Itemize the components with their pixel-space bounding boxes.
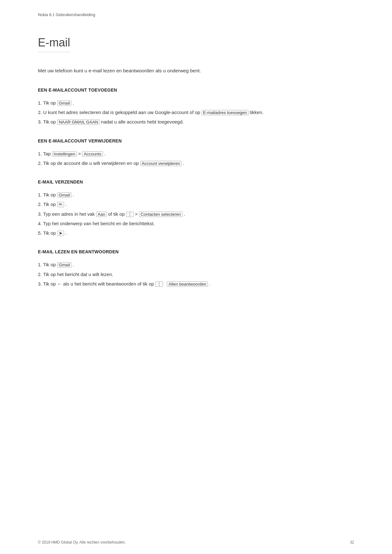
step-send-1-after: . — [73, 192, 74, 197]
step-remove-1-ui1: Instellingen — [52, 151, 77, 157]
step-add-1-after: . — [73, 100, 74, 105]
step-read-2: 2. Tik op het bericht dat u wilt lezen. — [38, 270, 354, 279]
page-container: Nokia 8.1 Gebruikershandleiding E-mail M… — [0, 0, 392, 554]
step-send-4-text: Typ het onderwerp van het bericht en de … — [43, 221, 155, 226]
step-send-3-after: . — [184, 211, 185, 217]
section-read-email: E-MAIL LEZEN EN BEANTWOORDEN 1. Tik op G… — [38, 249, 354, 288]
intro-text: Met uw telefoon kunt u e-mail lezen en b… — [38, 67, 354, 75]
document-header: Nokia 8.1 Gebruikershandleiding — [38, 13, 354, 17]
step-send-3-sep: > — [135, 211, 139, 217]
step-send-5-text: Tik op — [43, 230, 57, 236]
step-send-5: 5. Tik op ➤ . — [38, 229, 354, 237]
step-add-2: 2. U kunt het adres selecteren dat is ge… — [38, 108, 354, 117]
step-send-5-after: . — [65, 230, 67, 236]
step-send-4: 4. Typ het onderwerp van het bericht en … — [38, 220, 354, 228]
step-add-2-ui: E-mailadres toevoegen — [202, 110, 249, 115]
step-read-1-text: Tik op — [43, 262, 57, 267]
step-send-3-text: Typ een adres in het vak — [43, 211, 96, 217]
step-add-1-ui: Gmail — [57, 100, 71, 106]
steps-read: 1. Tik op Gmail . 2. Tik op het bericht … — [38, 261, 354, 288]
step-read-3-num: 3. — [38, 281, 43, 286]
step-add-1-text: Tik op — [43, 100, 57, 105]
step-read-3-after: . — [209, 281, 210, 286]
section-content-read: 1. Tik op Gmail . 2. Tik op het bericht … — [38, 261, 354, 288]
section-remove-account: EEN E-MAILACCOUNT VERWIJDEREN 1. Tap Ins… — [38, 138, 354, 168]
step-read-1-ui: Gmail — [57, 262, 71, 268]
step-send-3: 3. Typ een adres in het vak Aan of tik o… — [38, 210, 354, 218]
step-add-3-ui: NAAR GMAIL GAAN — [57, 119, 100, 125]
step-remove-2-ui: Account verwijderen — [140, 161, 182, 166]
step-add-3-num: 3. — [38, 119, 43, 124]
step-read-2-num: 2. — [38, 272, 43, 277]
step-read-2-text: Tik op het bericht dat u wilt lezen. — [43, 272, 113, 277]
page-footer: © 2019 HMD Global Oy. Alle rechten voorb… — [0, 540, 392, 545]
steps-send: 1. Tik op Gmail . 2. Tik op ✏ . 3. Typ e… — [38, 191, 354, 237]
step-read-3-ui1: ⋮ — [155, 281, 163, 287]
steps-add: 1. Tik op Gmail . 2. U kunt het adres se… — [38, 99, 354, 126]
step-read-1-after: . — [73, 262, 74, 267]
step-remove-1-text: Tap — [43, 151, 52, 156]
step-add-2-num: 2. — [38, 110, 43, 115]
step-send-1-num: 1. — [38, 192, 43, 197]
step-add-2-text: U kunt het adres selecteren dat is gekop… — [43, 110, 202, 115]
step-read-1: 1. Tik op Gmail . — [38, 261, 354, 269]
step-read-3-ui2: Allen beantwoorden — [167, 281, 208, 287]
steps-remove: 1. Tap Instellingen > Accounts . 2. Tik … — [38, 150, 354, 168]
header-title: Nokia 8.1 Gebruikershandleiding — [38, 13, 95, 17]
step-send-2-ui: ✏ — [57, 202, 64, 207]
step-send-4-num: 4. — [38, 221, 43, 226]
step-read-3: 3. Tik op ← als u het bericht wilt beant… — [38, 280, 354, 288]
step-remove-2: 2. Tik op de account die u wilt verwijde… — [38, 159, 354, 167]
section-title-remove: EEN E-MAILACCOUNT VERWIJDEREN — [38, 138, 354, 143]
step-add-3: 3. Tik op NAAR GMAIL GAAN nadat u alle a… — [38, 118, 354, 126]
section-content-add: 1. Tik op Gmail . 2. U kunt het adres se… — [38, 99, 354, 126]
step-send-3-ui3: Contacten selecteren — [139, 212, 183, 217]
step-send-5-ui: ➤ — [57, 231, 64, 236]
step-remove-1-after: . — [104, 151, 106, 156]
step-send-3-mid: of tik op — [108, 211, 126, 217]
step-send-3-ui1: Aan — [96, 212, 107, 217]
section-title-add: EEN E-MAILACCOUNT TOEVOEGEN — [38, 87, 354, 93]
step-read-1-num: 1. — [38, 262, 43, 267]
step-add-2-after: tikken. — [250, 110, 263, 115]
section-add-account: EEN E-MAILACCOUNT TOEVOEGEN 1. Tik op Gm… — [38, 87, 354, 126]
step-remove-2-num: 2. — [38, 160, 43, 166]
step-read-3-text: Tik op ← als u het bericht wilt beantwoo… — [43, 281, 155, 286]
step-add-1: 1. Tik op Gmail . — [38, 99, 354, 107]
step-remove-1-num: 1. — [38, 151, 43, 156]
section-title-send: E-MAIL VERZENDEN — [38, 179, 354, 184]
step-remove-2-text: Tik op de account die u wilt verwijderen… — [43, 160, 140, 166]
step-remove-2-after: . — [183, 160, 184, 166]
step-add-3-after: nadat u alle accounts hebt toegevoegd. — [101, 119, 184, 124]
step-send-2-after: . — [65, 202, 67, 207]
step-send-3-num: 3. — [38, 211, 43, 217]
step-remove-1-sep: > — [78, 151, 82, 156]
step-send-1-ui: Gmail — [57, 192, 71, 198]
step-send-2: 2. Tik op ✏ . — [38, 200, 354, 208]
page-title: E-mail — [38, 36, 70, 52]
step-send-1-text: Tik op — [43, 192, 57, 197]
page-number: 32 — [350, 540, 354, 545]
step-remove-1-ui2: Accounts — [82, 151, 103, 157]
step-send-5-num: 5. — [38, 230, 43, 236]
step-send-2-text: Tik op — [43, 202, 57, 207]
step-add-3-text: Tik op — [43, 119, 57, 124]
step-send-2-num: 2. — [38, 202, 43, 207]
step-add-1-num: 1. — [38, 100, 43, 105]
section-content-send: 1. Tik op Gmail . 2. Tik op ✏ . 3. Typ e… — [38, 191, 354, 237]
section-send-email: E-MAIL VERZENDEN 1. Tik op Gmail . 2. Ti… — [38, 179, 354, 237]
step-send-3-ui2: ⋮ — [126, 212, 134, 217]
step-remove-1: 1. Tap Instellingen > Accounts . — [38, 150, 354, 158]
step-send-1: 1. Tik op Gmail . — [38, 191, 354, 199]
copyright-text: © 2019 HMD Global Oy. Alle rechten voorb… — [38, 540, 126, 545]
section-content-remove: 1. Tap Instellingen > Accounts . 2. Tik … — [38, 150, 354, 168]
section-title-read: E-MAIL LEZEN EN BEANTWOORDEN — [38, 249, 354, 254]
